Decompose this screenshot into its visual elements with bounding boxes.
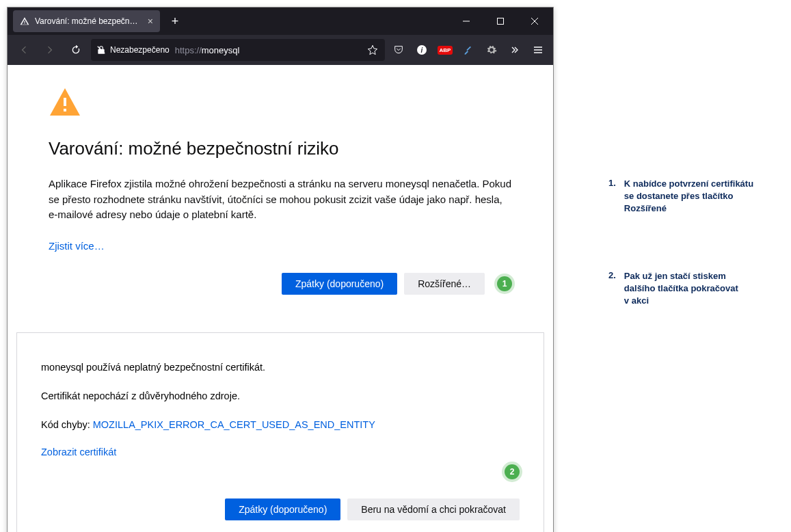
browser-tab[interactable]: Varování: možné bezpečností r × xyxy=(13,10,160,32)
go-back-button[interactable]: Zpátky (doporučeno) xyxy=(282,273,397,295)
eyedropper-icon[interactable] xyxy=(459,40,478,59)
annotation-1: 1. K nabídce potvrzení certifikátu se do… xyxy=(608,178,759,215)
abp-icon[interactable]: ABP xyxy=(435,40,455,59)
forward-button[interactable] xyxy=(39,39,61,61)
svg-rect-0 xyxy=(498,18,504,25)
browser-window: Varování: možné bezpečností r × + xyxy=(7,7,554,532)
security-label: Nezabezpečeno xyxy=(110,45,170,55)
advanced-button[interactable]: Rozšířené… xyxy=(404,273,485,295)
warning-description: Aplikace Firefox zjistila možné ohrožení… xyxy=(49,176,512,223)
minimize-button[interactable] xyxy=(451,10,482,32)
cert-untrusted-text: Certifikát nepochází z důvěryhodného zdr… xyxy=(41,389,520,403)
pocket-icon[interactable] xyxy=(389,40,408,59)
warning-icon xyxy=(20,16,29,26)
tab-strip: Varování: možné bezpečností r × + xyxy=(10,8,451,35)
view-certificate-link[interactable]: Zobrazit certifikát xyxy=(41,447,116,457)
advanced-details-panel: moneysql používá neplatný bezpečnostní c… xyxy=(16,332,544,533)
tab-title: Varování: možné bezpečností r xyxy=(35,16,142,26)
button-row: Zpátky (doporučeno) Rozšířené… 1 xyxy=(49,273,512,295)
warning-triangle-icon xyxy=(49,85,512,121)
nav-toolbar: Nezabezpečeno https://moneysql i ABP xyxy=(8,35,553,65)
window-controls xyxy=(451,10,550,32)
page-content: Varování: možné bezpečnostní riziko Apli… xyxy=(8,65,553,308)
learn-more-link[interactable]: Zjistit více… xyxy=(49,240,105,252)
back-button[interactable] xyxy=(13,39,35,61)
maximize-button[interactable] xyxy=(485,10,516,32)
url-text: https://moneysql xyxy=(175,45,240,55)
go-back-button-2[interactable]: Zpátky (doporučeno) xyxy=(225,498,340,520)
annotation-text: K nabídce potvrzení certifikátu se dosta… xyxy=(624,178,759,215)
gear-icon[interactable] xyxy=(482,40,501,59)
error-code-line: Kód chyby: MOZILLA_PKIX_ERROR_CA_CERT_US… xyxy=(41,418,520,431)
page-title: Varování: možné bezpečnostní riziko xyxy=(49,138,512,159)
callout-badge-2: 2 xyxy=(505,464,520,479)
info-icon[interactable]: i xyxy=(412,40,431,59)
annotation-number: 1. xyxy=(608,178,616,215)
close-window-button[interactable] xyxy=(519,10,550,32)
error-code-link[interactable]: MOZILLA_PKIX_ERROR_CA_CERT_USED_AS_END_E… xyxy=(93,419,375,430)
titlebar: Varování: možné bezpečností r × + xyxy=(8,8,553,35)
security-indicator[interactable]: Nezabezpečeno xyxy=(96,45,170,55)
accept-risk-button[interactable]: Beru na vědomí a chci pokračovat xyxy=(347,498,520,520)
bookmark-star-icon[interactable] xyxy=(366,43,379,57)
annotation-2: 2. Pak už jen stačí stiskem dalšího tlač… xyxy=(608,270,759,308)
menu-icon[interactable] xyxy=(528,40,548,59)
new-tab-button[interactable]: + xyxy=(165,12,185,31)
url-bar[interactable]: Nezabezpečeno https://moneysql xyxy=(91,39,385,61)
overflow-icon[interactable] xyxy=(505,40,524,59)
annotation-text: Pak už jen stačí stiskem dalšího tlačítk… xyxy=(624,270,759,308)
close-tab-icon[interactable]: × xyxy=(148,16,153,27)
cert-invalid-text: moneysql používá neplatný bezpečnostní c… xyxy=(41,360,520,374)
annotations-sidebar: 1. K nabídce potvrzení certifikátu se do… xyxy=(554,7,773,532)
annotation-number: 2. xyxy=(608,270,616,308)
details-button-row: Zpátky (doporučeno) Beru na vědomí a chc… xyxy=(17,486,544,532)
reload-button[interactable] xyxy=(65,39,87,61)
callout-badge-1: 1 xyxy=(497,276,512,291)
